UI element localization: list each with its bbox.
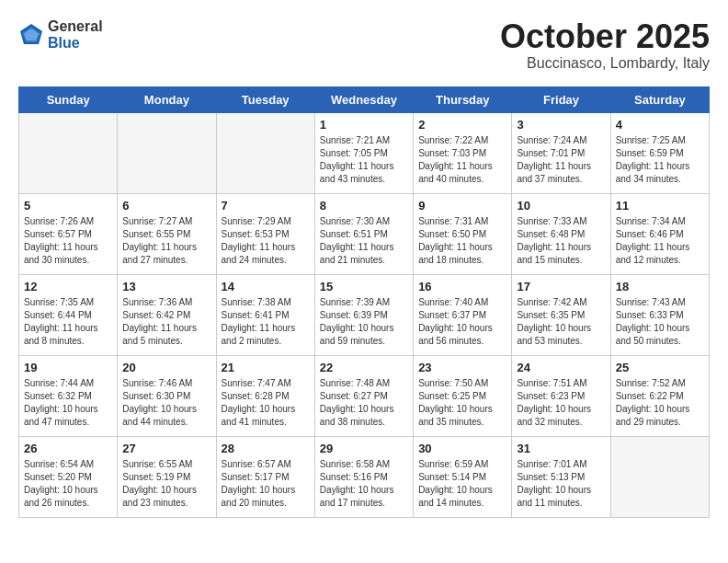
calendar-cell: 18Sunrise: 7:43 AM Sunset: 6:33 PM Dayli…	[610, 274, 709, 355]
logo-icon	[18, 22, 44, 48]
day-info: Sunrise: 7:22 AM Sunset: 7:03 PM Dayligh…	[418, 134, 506, 186]
day-header-monday: Monday	[118, 86, 216, 112]
day-info: Sunrise: 7:01 AM Sunset: 5:13 PM Dayligh…	[517, 458, 605, 510]
day-info: Sunrise: 7:26 AM Sunset: 6:57 PM Dayligh…	[24, 215, 112, 267]
day-info: Sunrise: 7:52 AM Sunset: 6:22 PM Dayligh…	[616, 377, 704, 429]
calendar-cell	[118, 112, 216, 193]
day-info: Sunrise: 7:27 AM Sunset: 6:55 PM Dayligh…	[122, 215, 210, 267]
logo-blue-text: Blue	[48, 35, 103, 52]
calendar-cell: 13Sunrise: 7:36 AM Sunset: 6:42 PM Dayli…	[118, 274, 216, 355]
calendar-header-row: SundayMondayTuesdayWednesdayThursdayFrid…	[19, 86, 710, 112]
day-info: Sunrise: 7:25 AM Sunset: 6:59 PM Dayligh…	[616, 134, 704, 186]
logo: General Blue	[18, 18, 103, 51]
calendar-cell: 1Sunrise: 7:21 AM Sunset: 7:05 PM Daylig…	[314, 112, 413, 193]
day-number: 18	[616, 280, 704, 293]
day-number: 6	[122, 199, 210, 213]
day-number: 23	[418, 361, 506, 374]
calendar-cell: 12Sunrise: 7:35 AM Sunset: 6:44 PM Dayli…	[19, 274, 118, 355]
day-info: Sunrise: 7:34 AM Sunset: 6:46 PM Dayligh…	[616, 215, 704, 267]
day-number: 20	[122, 361, 210, 374]
day-info: Sunrise: 7:44 AM Sunset: 6:32 PM Dayligh…	[24, 377, 112, 429]
day-number: 27	[122, 442, 210, 455]
calendar-cell: 20Sunrise: 7:46 AM Sunset: 6:30 PM Dayli…	[118, 355, 216, 436]
day-info: Sunrise: 7:21 AM Sunset: 7:05 PM Dayligh…	[320, 134, 408, 186]
calendar-cell: 2Sunrise: 7:22 AM Sunset: 7:03 PM Daylig…	[414, 112, 512, 193]
calendar-cell: 3Sunrise: 7:24 AM Sunset: 7:01 PM Daylig…	[512, 112, 610, 193]
calendar-cell: 21Sunrise: 7:47 AM Sunset: 6:28 PM Dayli…	[216, 355, 314, 436]
day-header-sunday: Sunday	[19, 86, 118, 112]
day-info: Sunrise: 6:57 AM Sunset: 5:17 PM Dayligh…	[222, 458, 310, 510]
calendar-cell: 8Sunrise: 7:30 AM Sunset: 6:51 PM Daylig…	[314, 193, 413, 274]
day-number: 25	[616, 361, 704, 374]
day-info: Sunrise: 7:40 AM Sunset: 6:37 PM Dayligh…	[418, 296, 506, 348]
day-info: Sunrise: 7:31 AM Sunset: 6:50 PM Dayligh…	[418, 215, 506, 267]
day-info: Sunrise: 7:51 AM Sunset: 6:23 PM Dayligh…	[517, 377, 605, 429]
day-number: 30	[418, 442, 506, 455]
calendar-cell: 14Sunrise: 7:38 AM Sunset: 6:41 PM Dayli…	[216, 274, 314, 355]
day-info: Sunrise: 7:38 AM Sunset: 6:41 PM Dayligh…	[222, 296, 310, 348]
calendar-week-row: 5Sunrise: 7:26 AM Sunset: 6:57 PM Daylig…	[19, 193, 710, 274]
calendar-cell: 27Sunrise: 6:55 AM Sunset: 5:19 PM Dayli…	[118, 436, 216, 517]
calendar-cell	[19, 112, 118, 193]
day-number: 8	[320, 199, 408, 213]
day-number: 29	[320, 442, 408, 455]
day-info: Sunrise: 7:36 AM Sunset: 6:42 PM Dayligh…	[122, 296, 210, 348]
day-number: 7	[222, 199, 310, 213]
page-header: General Blue October 2025 Buccinasco, Lo…	[18, 18, 710, 72]
day-number: 11	[616, 199, 704, 213]
day-header-tuesday: Tuesday	[216, 86, 314, 112]
day-info: Sunrise: 7:43 AM Sunset: 6:33 PM Dayligh…	[616, 296, 704, 348]
day-number: 2	[418, 118, 506, 132]
day-info: Sunrise: 6:59 AM Sunset: 5:14 PM Dayligh…	[418, 458, 506, 510]
day-number: 14	[222, 280, 310, 293]
day-info: Sunrise: 7:42 AM Sunset: 6:35 PM Dayligh…	[517, 296, 605, 348]
calendar-cell: 7Sunrise: 7:29 AM Sunset: 6:53 PM Daylig…	[216, 193, 314, 274]
day-number: 9	[418, 199, 506, 213]
day-number: 1	[320, 118, 408, 132]
calendar-cell: 16Sunrise: 7:40 AM Sunset: 6:37 PM Dayli…	[414, 274, 512, 355]
calendar-cell: 17Sunrise: 7:42 AM Sunset: 6:35 PM Dayli…	[512, 274, 610, 355]
day-number: 19	[24, 361, 112, 374]
calendar-cell: 22Sunrise: 7:48 AM Sunset: 6:27 PM Dayli…	[314, 355, 413, 436]
day-number: 12	[24, 280, 112, 293]
calendar-cell: 19Sunrise: 7:44 AM Sunset: 6:32 PM Dayli…	[19, 355, 118, 436]
day-number: 21	[222, 361, 310, 374]
calendar-week-row: 19Sunrise: 7:44 AM Sunset: 6:32 PM Dayli…	[19, 355, 710, 436]
calendar-cell: 11Sunrise: 7:34 AM Sunset: 6:46 PM Dayli…	[610, 193, 709, 274]
calendar-cell: 6Sunrise: 7:27 AM Sunset: 6:55 PM Daylig…	[118, 193, 216, 274]
calendar-cell: 29Sunrise: 6:58 AM Sunset: 5:16 PM Dayli…	[314, 436, 413, 517]
day-info: Sunrise: 7:24 AM Sunset: 7:01 PM Dayligh…	[517, 134, 605, 186]
day-info: Sunrise: 7:39 AM Sunset: 6:39 PM Dayligh…	[320, 296, 408, 348]
calendar-week-row: 26Sunrise: 6:54 AM Sunset: 5:20 PM Dayli…	[19, 436, 710, 517]
day-info: Sunrise: 7:46 AM Sunset: 6:30 PM Dayligh…	[122, 377, 210, 429]
day-header-wednesday: Wednesday	[314, 86, 413, 112]
day-info: Sunrise: 6:55 AM Sunset: 5:19 PM Dayligh…	[122, 458, 210, 510]
logo-general-text: General	[48, 18, 103, 35]
calendar-cell: 26Sunrise: 6:54 AM Sunset: 5:20 PM Dayli…	[19, 436, 118, 517]
calendar-table: SundayMondayTuesdayWednesdayThursdayFrid…	[18, 86, 710, 518]
calendar-cell: 24Sunrise: 7:51 AM Sunset: 6:23 PM Dayli…	[512, 355, 610, 436]
calendar-cell: 28Sunrise: 6:57 AM Sunset: 5:17 PM Dayli…	[216, 436, 314, 517]
day-number: 28	[222, 442, 310, 455]
calendar-cell: 30Sunrise: 6:59 AM Sunset: 5:14 PM Dayli…	[414, 436, 512, 517]
day-info: Sunrise: 6:54 AM Sunset: 5:20 PM Dayligh…	[24, 458, 112, 510]
calendar-cell: 5Sunrise: 7:26 AM Sunset: 6:57 PM Daylig…	[19, 193, 118, 274]
day-header-saturday: Saturday	[610, 86, 709, 112]
day-number: 4	[616, 118, 704, 132]
day-number: 13	[122, 280, 210, 293]
location-title: Buccinasco, Lombardy, Italy	[500, 55, 710, 72]
day-number: 16	[418, 280, 506, 293]
day-number: 5	[24, 199, 112, 213]
day-number: 17	[517, 280, 605, 293]
calendar-cell: 10Sunrise: 7:33 AM Sunset: 6:48 PM Dayli…	[512, 193, 610, 274]
day-number: 22	[320, 361, 408, 374]
calendar-cell	[610, 436, 709, 517]
calendar-cell: 15Sunrise: 7:39 AM Sunset: 6:39 PM Dayli…	[314, 274, 413, 355]
day-info: Sunrise: 7:29 AM Sunset: 6:53 PM Dayligh…	[222, 215, 310, 267]
calendar-cell: 25Sunrise: 7:52 AM Sunset: 6:22 PM Dayli…	[610, 355, 709, 436]
day-header-friday: Friday	[512, 86, 610, 112]
calendar-cell: 9Sunrise: 7:31 AM Sunset: 6:50 PM Daylig…	[414, 193, 512, 274]
day-info: Sunrise: 7:30 AM Sunset: 6:51 PM Dayligh…	[320, 215, 408, 267]
day-info: Sunrise: 7:33 AM Sunset: 6:48 PM Dayligh…	[517, 215, 605, 267]
day-number: 26	[24, 442, 112, 455]
